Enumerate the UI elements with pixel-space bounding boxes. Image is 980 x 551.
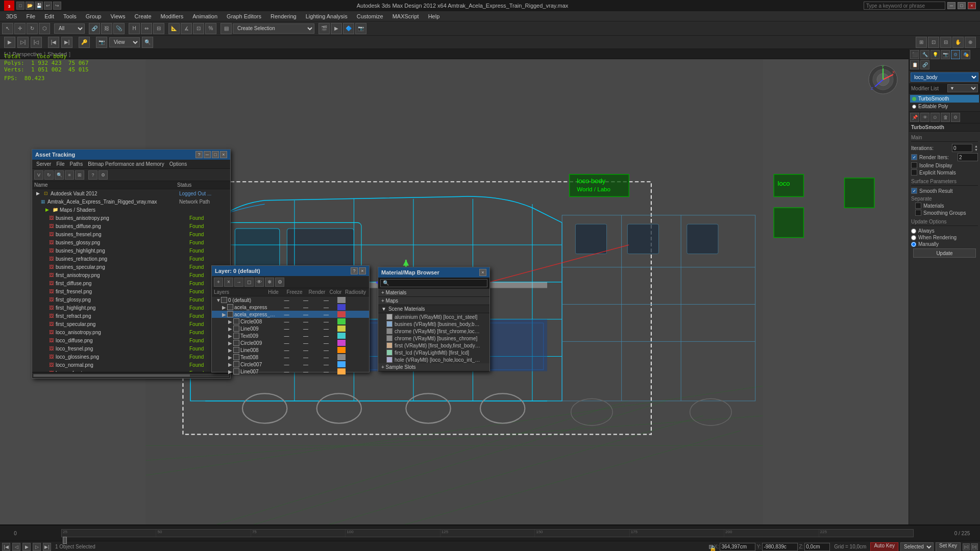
manually-radio[interactable] [911,242,916,247]
asset-file-row[interactable]: 🖼 busines_glossy.png Found [32,238,230,246]
layer-render-toggle[interactable]: — [316,340,336,346]
layer-row[interactable]: ▶ Circle008 — — — [212,318,369,325]
render-btn[interactable]: ▶ [331,23,342,34]
link-btn[interactable]: 🔗 [89,23,100,34]
layer-freeze-toggle[interactable]: — [296,340,316,346]
remove-mod-btn[interactable]: 🗑 [941,113,950,122]
zoom-all-btn[interactable]: ⊟ [940,37,951,48]
mod-icon-2[interactable]: 🔧 [920,50,929,59]
smoothing-checkbox[interactable] [915,210,921,216]
asset-menu-bitmap[interactable]: Bitmap Performance and Memory [86,161,166,167]
layer-row[interactable]: ▶ acela_express — — — [212,304,369,311]
layer-render-toggle[interactable]: — [316,305,336,310]
asset-file-row[interactable]: 🖼 loco_glossines.png Found [32,353,230,361]
percent-snap-btn[interactable]: % [205,23,216,34]
asset-file-row[interactable]: 🖼 first_glossy.png Found [32,295,230,304]
asset-list-btn[interactable]: ≡ [65,170,74,180]
menu-animation[interactable]: Animation [188,12,222,20]
asset-tree-body[interactable]: ▶ ⊡ Autodesk Vault 2012 Logged Out ... ▦… [32,189,230,372]
mod-icon-3[interactable]: 💡 [930,50,940,59]
mat-section-materials[interactable]: + Materials [378,289,489,297]
asset-settings-btn[interactable]: ⚙ [99,170,108,180]
iterations-down[interactable]: ▼ [974,148,978,152]
layer-render-toggle[interactable]: — [316,347,336,353]
asset-q-btn[interactable]: ? [88,170,97,180]
view-mode-btn[interactable]: 📷 [96,37,107,48]
render-iters-spinbox[interactable]: 2 [958,153,978,161]
layer-freeze-toggle[interactable]: — [296,326,316,332]
asset-file-row[interactable]: 🖼 busines_specular.png Found [32,263,230,271]
material-item[interactable]: hole (VRayMtl) [loco_hole,loco_int_hole] [378,356,489,363]
layer-new-btn[interactable]: + [214,278,223,287]
layer-color-swatch[interactable] [337,340,346,346]
autokey-btn[interactable]: Auto Key [870,542,898,552]
mat-section-scene[interactable]: ▼ Scene Materials [378,305,489,313]
asset-menu-file[interactable]: File [54,161,66,167]
layer-color-swatch[interactable] [337,354,346,360]
asset-refresh-btn[interactable]: ↻ [44,170,54,180]
asset-hscroll[interactable] [33,374,229,377]
layer-hide-toggle[interactable]: — [278,369,296,374]
layer-hide-unsel-btn[interactable]: 👁 [255,278,264,287]
next-btn[interactable]: ▷ [33,543,41,551]
layer-btn[interactable]: ▤ [220,23,232,34]
layer-color-swatch[interactable] [337,368,346,374]
layer-render-toggle[interactable]: — [316,319,336,324]
view-dropdown[interactable]: View [109,37,140,47]
pin-stack-btn[interactable]: 📌 [910,113,919,122]
asset-scrollbar[interactable] [32,372,230,378]
layer-del-btn[interactable]: × [224,278,233,287]
layer-freeze-toggle[interactable]: — [296,297,316,303]
prev-btn[interactable]: ◁ [12,543,20,551]
asset-file-item[interactable]: ▦ Amtrak_Acela_Express_Train_Rigged_vray… [32,197,230,206]
asset-vault-btn[interactable]: V [34,170,43,180]
asset-menu-options[interactable]: Options [167,161,189,167]
layer-color-swatch[interactable] [337,318,346,324]
when-rendering-radio[interactable] [911,235,916,240]
layer-hide-toggle[interactable]: — [278,305,296,310]
move-btn[interactable]: ✛ [14,23,26,34]
zoom-btn[interactable]: 🔍 [142,37,153,48]
mirror-btn[interactable]: ⇔ [141,23,152,34]
layer-color-swatch[interactable] [337,304,346,310]
layer-color-swatch[interactable] [337,297,346,303]
layer-row[interactable]: ▶ Text008 — — — [212,354,369,361]
close-btn[interactable]: × [968,2,976,9]
layer-render-toggle[interactable]: — [316,297,336,303]
modifier-dropdown[interactable]: ▼ [947,84,978,92]
lock-icon[interactable]: 🔒 [709,545,713,549]
viewport-layout-btn[interactable]: ⊞ [916,37,927,48]
mod-icon-6[interactable]: 🎭 [961,50,970,59]
layer-hide-toggle[interactable]: — [278,333,296,339]
key-filter-dropdown[interactable]: Selected [900,542,934,552]
material-item[interactable]: chrome (VRayMtl) [first_chrome,loco_chro… [378,328,489,335]
asset-menu-server[interactable]: Server [34,161,53,167]
asset-vault-item[interactable]: ▶ ⊡ Autodesk Vault 2012 Logged Out ... [32,189,230,197]
play-anim-btn[interactable]: ▶ [4,37,15,48]
asset-file-row[interactable]: 🖼 busines_fresnel.png Found [32,230,230,238]
layer-freeze-toggle[interactable]: — [296,347,316,353]
asset-file-row[interactable]: 🖼 loco_fresnel.png Found [32,344,230,353]
hierarchy-btn[interactable]: H [129,23,140,34]
layer-row[interactable]: ▶ Text009 — — — [212,332,369,339]
layer-freeze-toggle[interactable]: — [296,369,316,374]
selection-filter-dropdown[interactable]: Create Selection [233,23,314,34]
layer-color-swatch[interactable] [337,333,346,339]
always-radio[interactable] [911,229,916,234]
key-mode-btn[interactable]: 🔑 [79,37,90,48]
menu-views[interactable]: Views [106,12,129,20]
timeline-cursor[interactable] [63,537,67,544]
rotate-btn[interactable]: ↻ [27,23,38,34]
mod-icon-5[interactable]: ⚙ [951,50,960,59]
new-btn[interactable]: □ [16,2,24,10]
asset-file-row[interactable]: 🖼 first_highlight.png Found [32,304,230,312]
search-input[interactable] [864,2,945,10]
modifier-editablepoly[interactable]: Editable Poly [910,103,979,110]
redo-btn[interactable]: ↪ [53,2,61,10]
layer-settings-btn[interactable]: ⚙ [275,278,284,287]
menu-customize[interactable]: Customize [353,12,387,20]
layer-freeze-toggle[interactable]: — [296,319,316,324]
orbit-btn[interactable]: ⊕ [965,37,976,48]
layer-row[interactable]: ▶ Line009 — — — [212,325,369,332]
save-btn[interactable]: 💾 [35,2,43,10]
